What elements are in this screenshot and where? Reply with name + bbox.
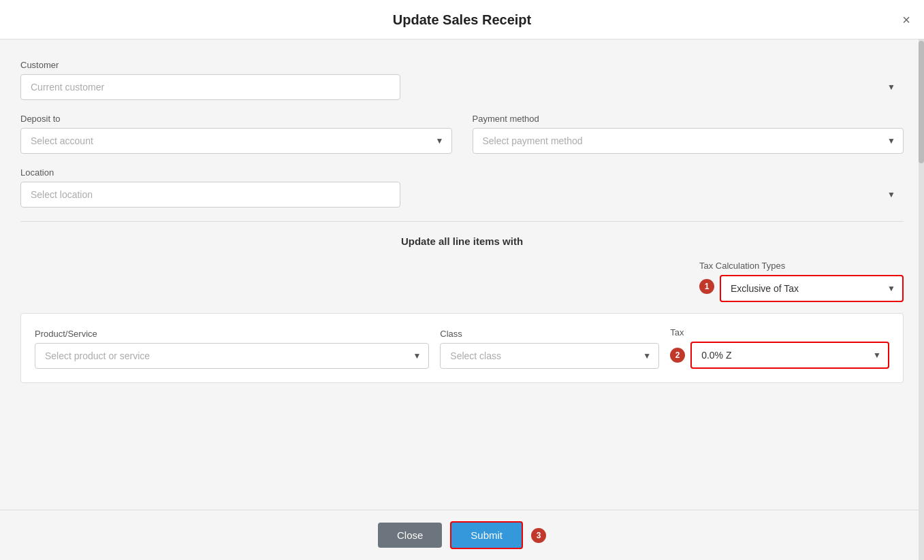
class-label: Class	[440, 329, 659, 339]
class-section: Class Select class ▼	[440, 329, 659, 369]
scrollbar-track[interactable]	[919, 0, 924, 560]
tax-select-wrapper: 0.0% Z ▼	[690, 342, 889, 369]
product-select-wrapper: Select product or service ▼	[35, 343, 429, 369]
scrollbar-thumb[interactable]	[919, 41, 924, 163]
tax-calc-row: 1 Exclusive of Tax ▼	[699, 275, 904, 302]
customer-label: Customer	[20, 60, 904, 70]
modal-overlay: Update Sales Receipt × Customer Current …	[0, 0, 924, 560]
close-button[interactable]: Close	[378, 523, 442, 548]
product-select[interactable]: Select product or service	[35, 343, 429, 369]
class-select-wrapper: Select class ▼	[440, 343, 659, 369]
tax-calc-badge: 1	[699, 279, 714, 294]
tax-calc-label: Tax Calculation Types	[699, 261, 904, 271]
tax-calc-select[interactable]: Exclusive of Tax	[720, 275, 904, 302]
payment-label: Payment method	[473, 114, 904, 124]
product-label: Product/Service	[35, 329, 429, 339]
customer-select[interactable]: Current customer	[20, 74, 400, 100]
location-select-wrapper: Select location ▼	[20, 182, 904, 208]
location-section: Location Select location ▼	[20, 167, 904, 208]
class-select[interactable]: Select class	[440, 343, 659, 369]
deposit-section: Deposit to Select account ▼	[20, 114, 452, 154]
deposit-label: Deposit to	[20, 114, 452, 124]
deposit-select[interactable]: Select account	[20, 128, 452, 154]
tax-calc-outer: Tax Calculation Types 1 Exclusive of Tax…	[20, 261, 904, 302]
divider	[20, 221, 904, 222]
customer-select-wrapper: Current customer ▼	[20, 74, 904, 100]
tax-calc-select-wrapper: Exclusive of Tax ▼	[720, 275, 904, 302]
tax-select[interactable]: 0.0% Z	[690, 342, 889, 369]
tax-calc-section: Tax Calculation Types 1 Exclusive of Tax…	[699, 261, 904, 302]
modal-close-button[interactable]: ×	[902, 13, 910, 27]
line-items-card: Product/Service Select product or servic…	[20, 313, 904, 383]
tax-section: Tax 2 0.0% Z ▼	[670, 327, 889, 369]
tax-label: Tax	[670, 327, 889, 337]
modal-body: Customer Current customer ▼ Deposit to S…	[0, 39, 924, 510]
location-chevron-icon: ▼	[887, 190, 895, 199]
deposit-select-wrapper: Select account ▼	[20, 128, 452, 154]
location-select[interactable]: Select location	[20, 182, 400, 208]
payment-select-wrapper: Select payment method ▼	[473, 128, 904, 154]
customer-section: Customer Current customer ▼	[20, 60, 904, 100]
product-section: Product/Service Select product or servic…	[35, 329, 429, 369]
tax-badge: 2	[670, 348, 685, 363]
payment-select[interactable]: Select payment method	[473, 128, 904, 154]
modal-footer: Close Submit 3	[0, 510, 924, 560]
submit-button[interactable]: Submit	[450, 521, 523, 549]
modal-header: Update Sales Receipt ×	[0, 0, 924, 39]
submit-badge: 3	[531, 528, 546, 543]
modal-title: Update Sales Receipt	[393, 12, 531, 27]
deposit-payment-row: Deposit to Select account ▼ Payment meth…	[20, 114, 904, 154]
location-label: Location	[20, 167, 904, 178]
customer-chevron-icon: ▼	[887, 82, 895, 92]
payment-section: Payment method Select payment method ▼	[473, 114, 904, 154]
tax-row: 2 0.0% Z ▼	[670, 342, 889, 369]
line-items-heading: Update all line items with	[20, 235, 904, 247]
line-items-columns: Product/Service Select product or servic…	[35, 327, 889, 369]
